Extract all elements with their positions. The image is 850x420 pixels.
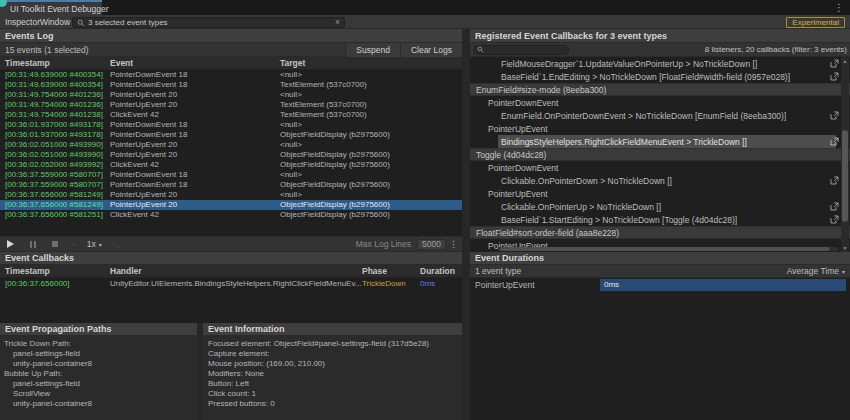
event-type-search-input[interactable]: 3 selected event types × xyxy=(72,17,345,28)
event-timestamp: [00:31:49.639000 #400354] xyxy=(5,70,110,80)
col-target[interactable]: Target xyxy=(280,58,462,68)
event-timestamp: [00:36:01.937000 #493178] xyxy=(5,130,110,140)
scrollbar-thumb[interactable] xyxy=(842,130,848,222)
duration-value: 0ms xyxy=(604,280,619,289)
event-timestamp: [00:31:49.754000 #401238] xyxy=(5,110,110,120)
event-timestamp: [00:36:37.656000 #581249] xyxy=(5,190,110,200)
open-source-icon[interactable] xyxy=(830,215,839,224)
stop-icon[interactable] xyxy=(52,241,58,247)
log-options-menu-icon[interactable]: ⋮ xyxy=(449,238,458,251)
scrollbar-thumb[interactable] xyxy=(500,247,830,251)
element-group-row[interactable]: Toggle (4d04dc28) xyxy=(470,148,850,161)
step-forward-icon[interactable]: · , xyxy=(114,241,120,248)
event-target: <null> xyxy=(280,140,462,150)
event-type-row[interactable]: PointerDownEvent xyxy=(470,161,850,174)
event-type-row[interactable]: PointerDownEvent xyxy=(470,96,850,109)
registered-callbacks-tree: FieldMouseDragger`1.UpdateValueOnPointer… xyxy=(470,57,850,252)
event-log-row[interactable]: [00:36:02.051000 #493990]PointerUpEvent … xyxy=(0,150,462,160)
suspend-button[interactable]: Suspend xyxy=(345,43,400,57)
events-log-statusbar: 15 events (1 selected) Suspend Clear Log… xyxy=(0,43,462,57)
event-timestamp: [00:36:02.051000 #493990] xyxy=(5,150,110,160)
search-value: 3 selected event types xyxy=(88,18,332,27)
tab-ui-toolkit-event-debugger[interactable]: UI Toolkit Event Debugger xyxy=(0,0,102,15)
callbacks-search-input[interactable] xyxy=(473,45,569,55)
sort-dropdown[interactable]: Average Time ▾ xyxy=(787,266,845,276)
callback-row[interactable]: [00:36:37.656000] UnityEditor.UIElements… xyxy=(0,278,462,289)
open-source-icon[interactable] xyxy=(830,72,839,81)
event-log-row[interactable]: [00:31:49.754000 #401236]PointerUpEvent … xyxy=(0,90,462,100)
clear-search-icon[interactable]: × xyxy=(335,18,340,27)
open-source-icon[interactable] xyxy=(830,137,839,146)
panel-picker-dropdown[interactable]: InspectorWindow ▾ xyxy=(5,17,76,27)
callback-tree-row[interactable]: BaseField`1.EndEditing > NoTrickleDown [… xyxy=(470,70,850,83)
callback-tree-row[interactable]: EnumField.OnPointerDownEvent > NoTrickle… xyxy=(470,109,850,122)
callback-tree-row[interactable]: Clickable.OnPointerDown > NoTrickleDown … xyxy=(470,174,850,187)
callback-tree-row[interactable]: FieldMouseDragger`1.UpdateValueOnPointer… xyxy=(470,57,850,70)
open-source-icon[interactable] xyxy=(830,176,839,185)
max-log-lines-field[interactable]: 5000 xyxy=(417,239,446,250)
event-target: <null> xyxy=(280,70,462,80)
event-log-row-selected[interactable]: [00:36:37.656000 #581249]PointerUpEvent … xyxy=(0,200,462,210)
element-group-row[interactable]: EnumField#size-mode (8eeba300) xyxy=(470,83,850,96)
duration-row[interactable]: PointerUpEvent 0ms xyxy=(470,278,850,291)
callback-tree-row[interactable]: BaseField`1.StartEditing > NoTrickleDown… xyxy=(470,213,850,226)
tab-title: UI Toolkit Event Debugger xyxy=(10,4,109,14)
event-log-row[interactable]: [00:31:49.754000 #401236]PointerUpEvent … xyxy=(0,100,462,110)
chevron-down-icon: ▾ xyxy=(842,268,845,275)
event-log-row[interactable]: [00:36:02.052000 #493992]ClickEvent 42Ob… xyxy=(0,160,462,170)
event-log-row[interactable]: [00:31:49.754000 #401238]ClickEvent 42Te… xyxy=(0,110,462,120)
event-log-row[interactable]: [00:36:37.559000 #580707]PointerDownEven… xyxy=(0,170,462,180)
event-target: ObjectFieldDisplay (b2975600) xyxy=(280,130,462,140)
suspend-label: Suspend xyxy=(356,45,390,55)
callback-tree-row-selected[interactable]: BindingsStyleHelpers.RightClickFieldMenu… xyxy=(470,135,850,148)
event-type-row[interactable]: PointerUpEvent xyxy=(470,187,850,200)
event-timestamp: [00:36:37.559000 #580707] xyxy=(5,180,110,190)
event-log-row[interactable]: [00:36:02.051000 #493990]PointerUpEvent … xyxy=(0,140,462,150)
event-log-row[interactable]: [00:31:49.639000 #400354]PointerDownEven… xyxy=(0,70,462,80)
clear-logs-button[interactable]: Clear Logs xyxy=(400,43,462,57)
event-log-row[interactable]: [00:36:37.559000 #580707]PointerDownEven… xyxy=(0,180,462,190)
max-log-lines-label: Max Log Lines xyxy=(356,239,411,249)
event-log-row[interactable]: [00:36:37.656000 #581251]ClickEvent 42Ob… xyxy=(0,210,462,220)
tree-vertical-scrollbar[interactable]: ▲ ▼ xyxy=(841,57,849,252)
path-line: panel-settings-field xyxy=(4,349,197,359)
open-source-icon[interactable] xyxy=(830,59,839,68)
main-panel-divider[interactable] xyxy=(462,29,470,420)
path-line: Trickle Down Path: xyxy=(4,339,197,349)
path-line: Bubble Up Path: xyxy=(4,369,197,379)
open-source-icon[interactable] xyxy=(830,202,839,211)
callback-tree-row[interactable]: Clickable.OnPointerUp > NoTrickleDown [] xyxy=(470,200,850,213)
event-log-row[interactable]: [00:36:01.937000 #493178]PointerDownEven… xyxy=(0,120,462,130)
scroll-down-icon[interactable]: ▼ xyxy=(841,245,849,251)
event-log-row[interactable]: [00:36:37.656000 #581249]PointerUpEvent … xyxy=(0,190,462,200)
event-timestamp: [00:36:37.559000 #580707] xyxy=(5,170,110,180)
window-menu-icon[interactable]: ⋮ xyxy=(834,1,844,14)
col-event[interactable]: Event xyxy=(110,58,280,68)
col-duration[interactable]: Duration xyxy=(420,266,462,276)
pause-icon[interactable] xyxy=(30,241,36,248)
col-timestamp[interactable]: Timestamp xyxy=(5,58,110,68)
play-icon[interactable] xyxy=(7,240,14,248)
playback-speed-dropdown[interactable]: 1x ▾ xyxy=(87,239,102,249)
info-line: Capture element: xyxy=(208,349,462,359)
element-group-row[interactable]: FloatField#sort-order-field (aaa8e228) xyxy=(470,226,850,239)
event-log-row[interactable]: [00:36:01.937000 #493178]PointerDownEven… xyxy=(0,130,462,140)
scroll-up-icon[interactable]: ▲ xyxy=(841,58,849,64)
col-phase[interactable]: Phase xyxy=(362,266,420,276)
propagation-paths-header: Event Propagation Paths xyxy=(0,323,197,336)
event-timestamp: [00:36:02.051000 #493990] xyxy=(5,140,110,150)
event-name: PointerDownEvent 18 xyxy=(110,120,280,130)
path-line: unity-panel-container8 xyxy=(4,399,197,409)
open-source-icon[interactable] xyxy=(830,111,839,120)
step-back-icon[interactable]: · xyxy=(72,240,75,249)
tree-horizontal-scrollbar[interactable] xyxy=(498,247,838,251)
event-target: <null> xyxy=(280,90,462,100)
col-handler[interactable]: Handler xyxy=(110,266,362,276)
event-type-row[interactable]: PointerUpEvent xyxy=(470,122,850,135)
event-callbacks-table: [00:36:37.656000] UnityEditor.UIElements… xyxy=(0,278,462,323)
event-log-row[interactable]: [00:31:49.639000 #400354]PointerDownEven… xyxy=(0,80,462,90)
duration-event-label: PointerUpEvent xyxy=(475,280,535,290)
event-type-label: PointerDownEvent xyxy=(488,98,558,108)
events-log-column-header: Timestamp Event Target xyxy=(0,57,462,70)
col-timestamp[interactable]: Timestamp xyxy=(5,266,110,276)
